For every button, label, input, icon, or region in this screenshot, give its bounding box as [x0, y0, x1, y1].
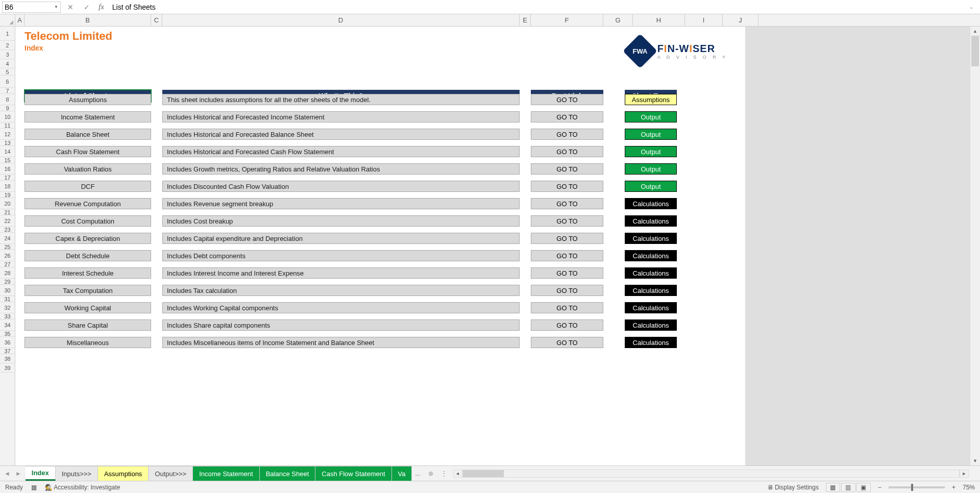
col-header-A[interactable]: A: [15, 14, 24, 26]
cancel-icon[interactable]: ✕: [64, 2, 77, 13]
sheet-tab[interactable]: Income Statement: [193, 466, 260, 481]
row-header-15[interactable]: 15: [0, 157, 15, 163]
row-header-4[interactable]: 4: [0, 59, 15, 68]
goto-link[interactable]: GO TO: [531, 129, 603, 140]
name-box[interactable]: B6 ▼: [2, 2, 61, 13]
sheet-name-button[interactable]: Cost Computation: [24, 215, 151, 227]
goto-link[interactable]: GO TO: [531, 111, 603, 122]
row-header-35[interactable]: 35: [0, 331, 15, 337]
row-header-9[interactable]: 9: [0, 105, 15, 111]
col-header-D[interactable]: D: [162, 14, 520, 26]
hscroll-right-icon[interactable]: ►: [960, 470, 969, 478]
row-header-19[interactable]: 19: [0, 192, 15, 198]
goto-link[interactable]: GO TO: [531, 94, 603, 105]
goto-link[interactable]: GO TO: [531, 285, 603, 296]
hscroll-left-icon[interactable]: ◄: [453, 470, 462, 478]
scroll-down-icon[interactable]: ▼: [970, 456, 980, 465]
vscroll-thumb[interactable]: [971, 36, 979, 66]
sheet-name-button[interactable]: Tax Computation: [24, 285, 151, 296]
row-header-24[interactable]: 24: [0, 233, 15, 244]
zoom-out-icon[interactable]: −: [878, 484, 881, 491]
row-header-7[interactable]: 7: [0, 88, 15, 94]
row-header-37[interactable]: 37: [0, 348, 15, 354]
row-header-3[interactable]: 3: [0, 50, 15, 59]
sheet-tab[interactable]: Va: [392, 466, 412, 481]
goto-link[interactable]: GO TO: [531, 302, 603, 313]
tabs-ellipsis[interactable]: ...: [412, 470, 423, 477]
goto-link[interactable]: GO TO: [531, 146, 603, 157]
sheet-tab[interactable]: Output>>>: [149, 466, 193, 481]
row-header-1[interactable]: 1: [0, 27, 15, 41]
sheet-name-button[interactable]: Miscellaneous: [24, 337, 151, 348]
zoom-level[interactable]: 75%: [963, 484, 975, 491]
row-header-39[interactable]: 39: [0, 363, 15, 373]
row-header-32[interactable]: 32: [0, 302, 15, 313]
row-header-25[interactable]: 25: [0, 244, 15, 250]
page-layout-view-icon[interactable]: ▥: [841, 483, 855, 492]
enter-icon[interactable]: ✓: [80, 2, 93, 13]
row-header-31[interactable]: 31: [0, 296, 15, 302]
sheet-name-button[interactable]: Cash Flow Statement: [24, 146, 151, 157]
goto-link[interactable]: GO TO: [531, 198, 603, 209]
accessibility-status[interactable]: 🕵 Accessibility: Investigate: [45, 484, 120, 491]
sheet-name-button[interactable]: Balance Sheet: [24, 129, 151, 140]
col-header-J[interactable]: J: [723, 14, 758, 26]
row-header-26[interactable]: 26: [0, 250, 15, 261]
goto-link[interactable]: GO TO: [531, 163, 603, 175]
row-header-12[interactable]: 12: [0, 129, 15, 140]
sheet-name-button[interactable]: Revenue Computation: [24, 198, 151, 209]
row-header-8[interactable]: 8: [0, 94, 15, 105]
sheet-name-button[interactable]: Working Capital: [24, 302, 151, 313]
formula-expand-icon[interactable]: ⌄: [965, 4, 978, 10]
row-header-29[interactable]: 29: [0, 279, 15, 285]
row-header-23[interactable]: 23: [0, 227, 15, 233]
sheet-tab[interactable]: Cash Flow Statement: [315, 466, 391, 481]
col-header-B[interactable]: B: [24, 14, 151, 26]
row-header-20[interactable]: 20: [0, 198, 15, 209]
worksheet[interactable]: Telecom Limited Index FWA FIN-WISER A D …: [15, 27, 980, 465]
col-header-F[interactable]: F: [531, 14, 603, 26]
sheet-name-button[interactable]: Assumptions: [24, 94, 151, 105]
row-header-18[interactable]: 18: [0, 181, 15, 192]
name-box-dropdown-icon[interactable]: ▼: [54, 5, 58, 9]
goto-link[interactable]: GO TO: [531, 267, 603, 279]
row-header-14[interactable]: 14: [0, 146, 15, 157]
hscroll-thumb[interactable]: [463, 470, 504, 477]
row-header-6[interactable]: 6: [0, 76, 15, 88]
sheet-name-button[interactable]: Income Statement: [24, 111, 151, 122]
row-header-2[interactable]: 2: [0, 41, 15, 50]
goto-link[interactable]: GO TO: [531, 250, 603, 261]
row-header-11[interactable]: 11: [0, 122, 15, 129]
goto-link[interactable]: GO TO: [531, 337, 603, 348]
tab-prev-icon[interactable]: ◄: [4, 470, 10, 477]
row-header-28[interactable]: 28: [0, 267, 15, 279]
page-break-view-icon[interactable]: ▣: [856, 483, 871, 492]
row-header-22[interactable]: 22: [0, 215, 15, 227]
fx-icon[interactable]: fx: [96, 3, 106, 11]
scroll-up-icon[interactable]: ▲: [970, 27, 980, 36]
sheet-name-button[interactable]: Debt Schedule: [24, 250, 151, 261]
sheet-name-button[interactable]: DCF: [24, 181, 151, 192]
goto-link[interactable]: GO TO: [531, 233, 603, 244]
col-header-C[interactable]: C: [151, 14, 162, 26]
row-header-30[interactable]: 30: [0, 285, 15, 296]
col-header-G[interactable]: G: [603, 14, 633, 26]
zoom-slider[interactable]: [889, 486, 945, 488]
row-header-33[interactable]: 33: [0, 313, 15, 319]
display-settings[interactable]: 🖥 Display Settings: [767, 484, 819, 491]
sheet-tab[interactable]: Balance Sheet: [260, 466, 316, 481]
zoom-in-icon[interactable]: +: [952, 484, 955, 491]
row-header-36[interactable]: 36: [0, 337, 15, 348]
sheet-tab[interactable]: Index: [26, 466, 56, 481]
horizontal-scrollbar[interactable]: ◄ ►: [453, 469, 969, 478]
goto-link[interactable]: GO TO: [531, 319, 603, 331]
col-header-E[interactable]: E: [520, 14, 531, 26]
goto-link[interactable]: GO TO: [531, 215, 603, 227]
row-header-16[interactable]: 16: [0, 163, 15, 175]
macro-icon[interactable]: ▦: [31, 484, 37, 491]
sheet-name-button[interactable]: Interest Schedule: [24, 267, 151, 279]
sheet-name-button[interactable]: Capex & Depreciation: [24, 233, 151, 244]
col-header-H[interactable]: H: [633, 14, 685, 26]
row-header-10[interactable]: 10: [0, 111, 15, 122]
select-all-corner[interactable]: [0, 14, 15, 26]
